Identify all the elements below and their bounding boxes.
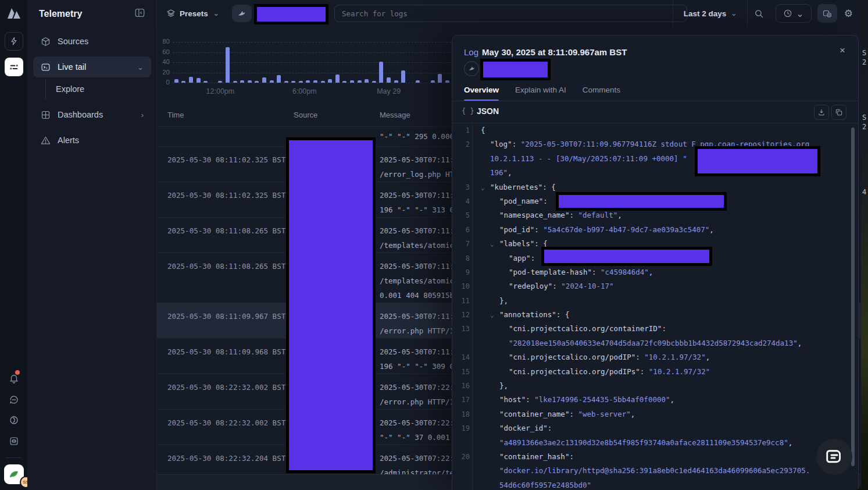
json-token: {: [481, 126, 485, 134]
json-token: :: [534, 225, 543, 234]
chart-bar-slot: [356, 42, 363, 83]
json-line: 6"pod_id": "5a4c67de-b997-4b47-9dc7-ae03…: [452, 223, 858, 237]
notifications-bell-icon[interactable]: [5, 370, 23, 387]
brand-logo-icon[interactable]: [6, 6, 22, 20]
column-header-time[interactable]: Time: [167, 111, 184, 119]
column-header-source[interactable]: Source: [294, 111, 317, 119]
telemetry-rail-icon[interactable]: [5, 58, 23, 76]
y-axis-tick-label: 60: [157, 48, 170, 55]
json-token: :: [543, 197, 552, 205]
collapse-chevron-icon[interactable]: ⌄: [490, 308, 499, 322]
chart-bar-slot: [283, 42, 290, 83]
chart-bar-slot: [326, 42, 334, 83]
collapse-chevron-icon[interactable]: ⌄: [490, 237, 499, 251]
line-content: "282018ee150a5040633e4704d5daa72fc09bcbb…: [472, 336, 850, 350]
row-time: 2025-05-30 08:11:02.325 BST: [167, 152, 285, 167]
sidebar-title: Telemetry: [39, 9, 82, 19]
row-message: 2025-05-30T07:11: /templates/atomic 0.00…: [380, 259, 454, 303]
line-number: 3: [452, 180, 470, 194]
json-line: 1{: [452, 123, 858, 137]
pause-live-tail-button[interactable]: [817, 4, 837, 23]
presets-label: Presets: [180, 9, 208, 18]
json-line: "282018ee150a5040633e4704d5daa72fc09bcbb…: [452, 336, 858, 350]
close-icon[interactable]: ×: [840, 45, 845, 56]
search-input[interactable]: [335, 9, 687, 18]
json-token: ,: [631, 410, 635, 418]
settings-gear-icon[interactable]: ⚙: [844, 8, 853, 20]
chevron-down-icon: ⌄: [213, 9, 219, 17]
json-token: "labels": [499, 239, 534, 248]
history-clock-button[interactable]: ⌄: [776, 4, 811, 23]
sidebar-item-alerts[interactable]: Alerts: [33, 130, 151, 151]
line-number: 9: [452, 265, 470, 279]
json-line: 16},: [452, 379, 858, 393]
feedback-chat-icon[interactable]: [5, 391, 23, 409]
time-range-button[interactable]: Last 2 days ⌄: [673, 9, 748, 18]
avatar[interactable]: SS: [4, 464, 24, 484]
tab-comments[interactable]: Comments: [583, 86, 620, 101]
chart-bar: [431, 80, 435, 83]
command-menu-icon[interactable]: [5, 432, 23, 450]
row-time: 2025-05-30 08:11:02.325 BST: [167, 188, 285, 203]
json-token: },: [499, 381, 508, 390]
row-time: 2025-05-30 08:22:32.204 BST: [167, 451, 285, 466]
json-viewer: 1{2"log": "2025-05-30T07:11:09.967794116…: [452, 123, 858, 490]
search-icon: [754, 9, 764, 19]
column-header-message[interactable]: Message: [380, 111, 410, 119]
line-content: ⌄"annotations": {: [472, 308, 850, 322]
braces-icon: { }: [462, 107, 474, 115]
json-line: 20"container_hash":: [452, 450, 858, 464]
sidebar-item-live-tail[interactable]: Live tail ⌄: [33, 56, 151, 77]
chart-bar: [174, 79, 178, 83]
chart-bar-slot: [202, 42, 209, 83]
pause-tail-icon: [822, 9, 832, 19]
json-token: "host": [499, 395, 526, 404]
app-window: SS Telemetry Sources Live tail ⌄: [0, 0, 861, 490]
line-number: 18: [452, 407, 470, 421]
line-content: "docker_id":: [472, 421, 850, 435]
theme-toggle-icon[interactable]: [5, 411, 23, 429]
source-bird-icon-button[interactable]: [232, 5, 252, 22]
chart-bar: [240, 80, 244, 83]
sidebar-item-sources[interactable]: Sources: [33, 31, 151, 52]
help-chat-fab[interactable]: [816, 439, 852, 475]
panel-scrollbar[interactable]: [851, 127, 855, 466]
json-token: : {: [556, 310, 570, 319]
chart-bar: [335, 74, 340, 83]
live-tail-icon: [41, 62, 51, 72]
json-token: :: [662, 324, 666, 333]
redaction-box: [695, 146, 820, 176]
bird-icon: [237, 9, 247, 18]
presets-button[interactable]: Presets ⌄: [166, 9, 219, 18]
chart-bar: [181, 81, 185, 83]
redaction-box: [541, 247, 712, 266]
json-token: },: [499, 296, 508, 305]
tab-overview[interactable]: Overview: [464, 86, 499, 101]
chart-bar: [291, 81, 295, 83]
json-line: 11},: [452, 294, 858, 308]
copy-json-button[interactable]: [831, 105, 846, 120]
chart-bar: [342, 81, 347, 83]
row-message: 2025-05-30T07:11: /error.php HTTP/1: [380, 309, 454, 338]
collapse-chevron-icon[interactable]: ⌄: [481, 181, 490, 195]
search-icon-button[interactable]: [748, 0, 770, 27]
sidebar-item-dashboards[interactable]: Dashboards ›: [33, 104, 151, 125]
json-token: "redeploy": [509, 282, 552, 290]
tab-explain-with-ai[interactable]: Explain with AI: [515, 86, 566, 101]
line-number: 5: [452, 208, 470, 222]
line-content: },: [472, 294, 850, 308]
json-label: JSON: [477, 106, 499, 116]
download-json-button[interactable]: [814, 105, 829, 120]
chart-bar-slot: [275, 42, 283, 83]
desktop-stage: SS Telemetry Sources Live tail ⌄: [0, 0, 868, 490]
detail-tabs: OverviewExplain with AIComments: [464, 86, 620, 101]
sidebar-item-label: Sources: [58, 37, 88, 46]
json-token: "cni.projectcalico.org/podIP": [509, 353, 635, 361]
quick-actions-bolt-icon[interactable]: [5, 32, 23, 51]
chart-bar-slot: [436, 42, 444, 83]
line-content: "docker.io/library/httpd@sha256:391a8eb0…: [472, 464, 850, 478]
chart-bar-slot: [392, 42, 400, 83]
chart-bar: [218, 81, 222, 83]
collapse-sidebar-icon[interactable]: [135, 8, 145, 17]
sidebar-item-explore[interactable]: Explore: [27, 80, 145, 98]
